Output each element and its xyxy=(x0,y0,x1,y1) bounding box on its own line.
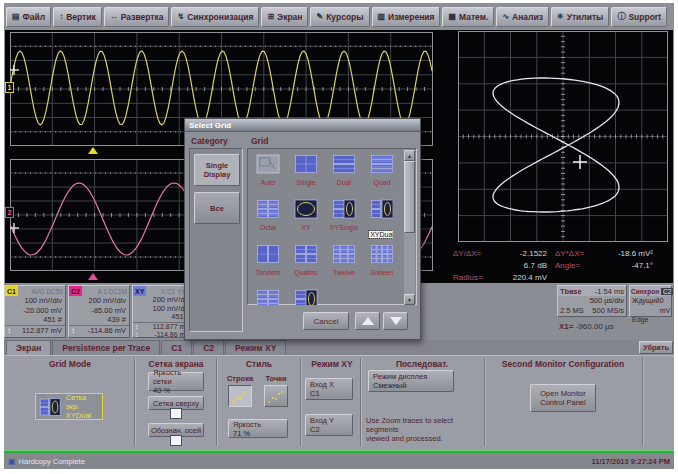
tandem-grid-icon xyxy=(255,244,281,264)
menu-math-button[interactable]: ▦Матем. xyxy=(442,7,494,27)
timebase-label: Tbase xyxy=(560,287,582,296)
menu-display-button[interactable]: ⊞Экран xyxy=(261,7,308,27)
x1-label: X1= xyxy=(559,322,573,331)
menu-vertical-button[interactable]: ↕Вертик xyxy=(53,7,102,27)
grid-type-quad[interactable]: Quad xyxy=(364,154,393,186)
grid-list-panel: AutoSingleDualQuadOctalXYXYSingleXYDualT… xyxy=(247,148,417,305)
grid-type-xysingle[interactable]: XYSingle xyxy=(326,199,362,231)
grid-list-scrollbar[interactable]: ▲ ▼ xyxy=(404,150,415,305)
menu-trigger-button[interactable]: ↯Синхронизация xyxy=(171,7,259,27)
xy-measure-row: ΔY/ΔX= -2.1522 ΔY*ΔX= -18.6 mV² xyxy=(453,248,665,260)
grid-type-hidden-13[interactable] xyxy=(288,289,324,305)
menu-timebase-button[interactable]: ↔Развертка xyxy=(104,7,170,27)
grid-type-auto[interactable]: Auto xyxy=(250,154,286,186)
close-panel-button[interactable]: Убрать xyxy=(639,341,673,354)
input-x-button[interactable]: Вход X C1 xyxy=(305,378,353,400)
xy-mode-header: Режим XY xyxy=(302,359,362,369)
open-monitor-panel-button[interactable]: Open Monitor Control Panel xyxy=(530,384,596,412)
dialog-title-bar[interactable]: Select Grid xyxy=(185,119,420,132)
angle-label: Angle= xyxy=(555,260,601,272)
grid-type-dual[interactable]: Dual xyxy=(326,154,362,186)
menu-support-button[interactable]: ⓘSupport xyxy=(611,7,667,27)
c2-coupling: A 1 DC1M xyxy=(82,288,129,295)
grid-type-hidden-12[interactable] xyxy=(250,289,286,305)
tab-c1[interactable]: C1 xyxy=(161,340,192,355)
trigger-mode: Ждущий xyxy=(632,296,660,315)
menu-analysis-button[interactable]: ∿Анализ xyxy=(496,7,549,27)
menu-measure-button[interactable]: ▥Измерения xyxy=(372,7,441,27)
trigger-source-tag: C2 xyxy=(661,288,673,295)
trigger-type: Edge xyxy=(630,315,671,325)
grid-type-xy[interactable]: XY xyxy=(288,199,324,231)
panel-body: Grid Mode Сетка экр. XYDual Сетка экрана… xyxy=(4,355,674,450)
sequence-section: Последоват. Режим дисплея Смежный Use Zo… xyxy=(362,356,482,450)
dots-style-button[interactable] xyxy=(264,385,288,407)
grid-mode-line1: Сетка экр. xyxy=(66,393,86,411)
input-y-button[interactable]: Вход Y C2 xyxy=(305,414,353,436)
menu-bar: ▤Файл↕Вертик↔Развертка↯Синхронизация⊞Экр… xyxy=(4,3,674,30)
analysis-icon: ∿ xyxy=(502,12,509,21)
grid-type-tandem[interactable]: Tandem xyxy=(250,244,286,276)
tab-persistence[interactable]: Persistence per Trace xyxy=(52,340,160,355)
c1-descriptor-box[interactable]: C1 AVG DC50 100 mV/div -20.000 mV 451 # … xyxy=(4,285,66,338)
hardcopy-icon: ▣ xyxy=(8,457,16,466)
c1-trigger-position-marker[interactable] xyxy=(88,147,98,154)
dots-style-label: Точки xyxy=(260,374,292,383)
scroll-thumb[interactable] xyxy=(404,161,415,233)
grid-on-top-checkbox[interactable] xyxy=(170,408,182,419)
clock: 11/17/2013 9:27:24 PM xyxy=(592,457,670,466)
tab-c2[interactable]: C2 xyxy=(193,340,224,355)
tab-display[interactable]: Экран xyxy=(6,340,51,355)
sequence-header: Последоват. xyxy=(362,359,482,369)
c2-zero-level-marker[interactable]: 2 xyxy=(5,207,14,218)
trace-intensity-button[interactable]: Яркость 71 % xyxy=(228,419,288,438)
display-mode-button[interactable]: Режим дисплея Смежный xyxy=(368,370,454,392)
timebase-icon: ↔ xyxy=(110,12,118,21)
grid-type-octal[interactable]: Octal xyxy=(250,199,286,231)
auto-grid-icon xyxy=(255,154,281,174)
grid-mode-section: Grid Mode Сетка экр. XYDual xyxy=(6,356,134,450)
scroll-page-up-button[interactable] xyxy=(355,312,380,330)
grid-label: Grid xyxy=(251,136,268,146)
trigger-descriptor-box[interactable]: Синхрон C2 DC Ждущий 0 mV Edge xyxy=(629,285,672,317)
second-monitor-header: Second Monitor Configuration xyxy=(486,359,640,369)
grid-intensity-button[interactable]: Яркость сетки 40 % xyxy=(148,372,204,391)
octal-grid-icon xyxy=(255,199,281,219)
bottom-settings-panel: ЭкранPersistence per TraceC1C2Режим XY У… xyxy=(4,340,674,450)
c2-trigger-position-marker[interactable] xyxy=(88,273,98,280)
tab-xy-mode[interactable]: Режим XY xyxy=(225,340,286,355)
grid-type-quattro[interactable]: Quattro xyxy=(288,244,324,276)
c1-zero-level-marker[interactable]: 1 xyxy=(5,82,14,93)
grid-mode-header: Grid Mode xyxy=(6,359,134,369)
single-grid-icon xyxy=(293,154,319,174)
menu-utilities-button[interactable]: ✳Утилиты xyxy=(551,7,609,27)
xy-measurements: ΔY/ΔX= -2.1522 ΔY*ΔX= -18.6 mV² 6.7 dB A… xyxy=(453,248,665,284)
axis-labels-checkbox[interactable] xyxy=(170,435,182,446)
grid-mode-button[interactable]: Сетка экр. XYDual xyxy=(35,393,103,420)
scroll-page-down-button[interactable] xyxy=(383,312,408,330)
scroll-down-arrow[interactable]: ▼ xyxy=(404,294,415,305)
menu-cursors-button[interactable]: ✎Курсоры xyxy=(310,7,369,27)
grid-type-xydual[interactable]: XYDual xyxy=(364,199,393,241)
category-single-display-button[interactable]: SingleDisplay xyxy=(194,154,240,186)
twelve-grid-icon xyxy=(331,244,357,264)
c2-descriptor-box[interactable]: C2 A 1 DC1M 200 mV/div -85.00 mV 439 # ↕… xyxy=(68,285,130,338)
c1-vdiv: 100 mV/div xyxy=(5,296,65,306)
grid-type-sixteen[interactable]: Sixteen xyxy=(364,244,393,276)
grid-icon-list: AutoSingleDualQuadOctalXYXYSingleXYDualT… xyxy=(249,150,393,305)
select-grid-dialog: Select Grid Category Grid SingleDisplayВ… xyxy=(184,118,421,340)
cancel-button[interactable]: Cancel xyxy=(303,312,349,330)
line-style-button[interactable] xyxy=(228,385,252,407)
category-all-button[interactable]: Все xyxy=(194,192,240,224)
grid-type-twelve[interactable]: Twelve xyxy=(326,244,362,276)
scroll-up-arrow[interactable]: ▲ xyxy=(404,150,415,161)
angle-value: -47.1° xyxy=(601,260,653,272)
timebase-descriptor-box[interactable]: Tbase -1.54 ms 500 µs/div 2.5 MS 500 MS/… xyxy=(557,285,627,317)
sixteen-grid-icon xyxy=(369,244,393,264)
xy-mode-section: Режим XY Вход X C1 Вход Y C2 xyxy=(302,356,358,450)
menu-file-button[interactable]: ▤Файл xyxy=(6,7,51,27)
dual-grid-icon xyxy=(331,154,357,174)
c1-tag: C1 xyxy=(5,286,18,296)
x1-cursor-readout: X1= -960.00 µs xyxy=(559,322,614,331)
grid-type-single[interactable]: Single xyxy=(288,154,324,186)
